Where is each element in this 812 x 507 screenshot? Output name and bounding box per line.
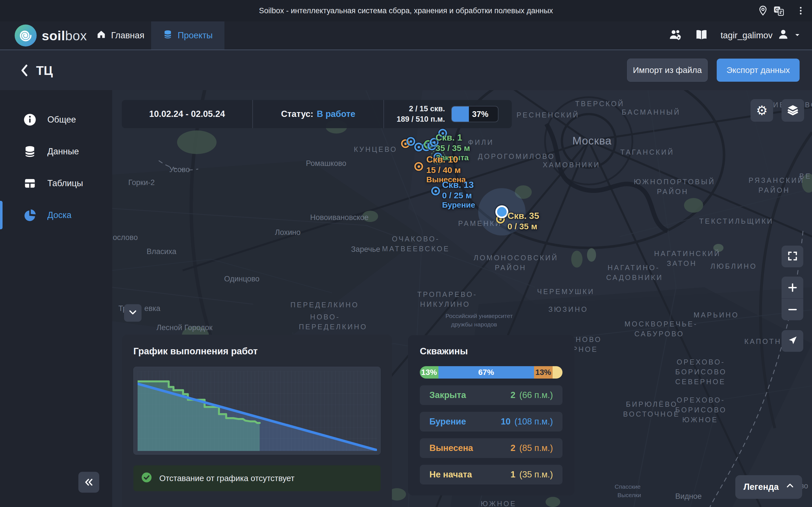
project-progress: 2 / 15 скв. 189 / 510 п.м. 37% [384,100,511,128]
sidebar-menu: ОбщееДанныеТаблицыДоска [0,104,112,231]
sidebar-collapse-button[interactable] [79,472,99,493]
soilbox-wordmark: soilbox [42,28,87,43]
chevron-down-icon [794,31,801,41]
wells-status-row[interactable]: Вынесена2(85 п.м.) [420,438,562,458]
well-status-meters: (85 п.м.) [519,443,553,453]
map-settings-button[interactable]: ⚙ [751,99,773,122]
kebab-menu-icon[interactable] [794,4,808,17]
well-status-count: 2 [511,390,515,400]
well-status-count: 10 [501,416,510,427]
map-marker-blue[interactable] [439,129,447,138]
project-dates: 10.02.24 - 02.05.24 [122,100,252,128]
map-marker-blue[interactable] [407,137,415,146]
schedule-chart [133,367,380,455]
soilbox-logo[interactable]: soilbox [15,21,87,50]
zoom-in-button[interactable] [781,277,803,298]
map-zoom-controls [781,277,803,320]
nav-tab-projects[interactable]: Проекты [151,21,224,50]
wells-status-row[interactable]: Бурение10(108 п.м.) [420,412,562,432]
navigation-arrow-icon [787,335,798,347]
user-menu[interactable]: tagir_galimov [721,28,801,43]
home-icon [96,30,106,41]
location-pin-icon[interactable] [756,4,770,17]
well-status-label: Закрыта [429,390,466,400]
schedule-panel-title: График выполнения работ [133,346,380,356]
layers-icon [786,104,799,117]
import-from-file-button[interactable]: Импорт из файла [627,59,708,82]
back-button[interactable] [16,62,33,79]
wells-bar-segment: 13% [420,366,439,379]
well-status-meters: (108 п.м.) [515,416,553,427]
legend-label: Легенда [744,482,779,492]
info-icon [22,112,38,128]
map-layers-button[interactable] [781,99,804,122]
schedule-status-text: Отставание от графика отсутствует [159,474,295,483]
map-marker-blue[interactable] [430,138,439,147]
well-status-count: 2 [511,443,515,453]
map-marker-blue-big[interactable] [495,205,508,218]
legend-button[interactable]: Легенда [735,475,802,499]
database-icon [22,144,38,159]
progress-bar-fill [452,107,469,122]
map-marker-blue[interactable] [432,187,440,195]
check-circle-icon [141,471,153,485]
collapse-panel-button[interactable] [124,304,142,322]
progress-percent: 37% [472,110,488,119]
database-icon [163,30,172,41]
wells-bar-segment: 67% [439,366,534,379]
sidebar-item-label: Общее [47,115,76,125]
status-label: Статус: [281,109,313,119]
gear-icon: ⚙ [756,104,767,117]
well-status-label: Вынесена [429,443,473,453]
translate-icon[interactable]: G [772,4,785,17]
well-status-count: 1 [511,469,515,480]
well-status-label: Бурение [429,416,466,427]
wells-status-row[interactable]: Не начата1(35 п.м.) [420,465,562,485]
sidebar-item-3[interactable]: Таблицы [0,167,112,199]
pie-icon [22,207,38,223]
sidebar-item-label: Доска [47,210,71,220]
map-marker-orange[interactable] [414,162,423,171]
username-label: tagir_galimov [721,31,772,41]
user-avatar-icon [777,28,790,43]
status-value: В работе [317,109,355,119]
project-status-bar: 10.02.24 - 02.05.24 Статус: В работе 2 /… [122,100,512,128]
wells-panel-title: Скважины [420,346,562,356]
nav-tab-main[interactable]: Главная [85,21,156,50]
chevron-up-icon [786,482,794,492]
main-nav: soilbox Главная Проекты [0,21,812,50]
map-fullscreen-button[interactable] [781,245,803,267]
schedule-status-message: Отставание от графика отсутствует [133,465,380,491]
project-sidebar: ОбщееДанныеТаблицыДоска [0,90,112,507]
window-title-bar: Soilbox - интеллектуальная система сбора… [0,0,812,21]
sidebar-item-2[interactable]: Данные [0,135,112,167]
well-status-meters: (66 п.м.) [519,390,553,400]
zoom-out-button[interactable] [781,298,803,320]
docs-book-icon[interactable] [695,28,708,43]
well-status-meters: (35 п.м.) [519,469,553,480]
wells-status-rows: Закрыта2(66 п.м.)Бурение10(108 п.м.)Выне… [420,385,562,485]
sidebar-item-label: Таблицы [47,178,83,188]
project-status: Статус: В работе [252,100,384,128]
wells-status-row[interactable]: Закрыта2(66 п.м.) [420,385,562,405]
project-header: ТЦ Импорт из файла Экспорт данных [0,50,812,90]
project-title: ТЦ [36,64,53,78]
map-locate-button[interactable] [781,330,803,352]
map-marker-blue-dashed[interactable] [434,153,442,161]
soilbox-logo-icon [15,24,37,47]
meters-count: 189 / 510 п.м. [397,115,445,124]
wells-panel: Скважины 13%67%13% Закрыта2(66 п.м.)Буре… [408,335,574,496]
wells-bar-segment: 13% [534,366,553,379]
nav-tab-label: Главная [111,31,144,41]
sidebar-item-1[interactable]: Общее [0,104,112,135]
export-data-button[interactable]: Экспорт данных [717,59,800,82]
nav-tab-label: Проекты [177,31,213,41]
progress-bar: 37% [451,106,499,122]
wells-bar-segment [553,366,562,379]
schedule-panel: График выполнения работ Отставание от гр… [122,335,392,507]
project-map[interactable]: ТВЕРСКОЙБАСМАННЫЙРЕСНЕНСКИЙИВАНОВСКМоскв… [112,90,812,507]
sidebar-item-label: Данные [47,147,79,157]
users-management-icon[interactable] [669,28,682,43]
wells-count: 2 / 15 скв. [409,105,445,113]
sidebar-item-4[interactable]: Доска [0,199,112,231]
